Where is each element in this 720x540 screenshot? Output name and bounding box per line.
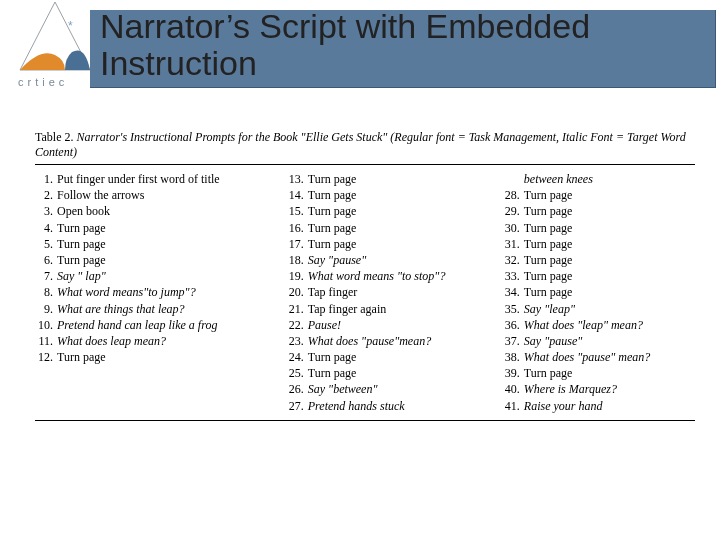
- item-number: 5.: [35, 236, 57, 252]
- item-number: 25.: [286, 365, 308, 381]
- item-text: Say "between": [308, 381, 378, 397]
- list-item: 4.Turn page: [35, 220, 268, 236]
- item-number: 19.: [286, 268, 308, 284]
- item-number: 39.: [502, 365, 524, 381]
- item-text: Say "pause": [308, 252, 366, 268]
- list-item: 34.Turn page: [502, 284, 695, 300]
- list-item: 36.What does "leap" mean?: [502, 317, 695, 333]
- item-number: 7.: [35, 268, 57, 284]
- item-text-continuation: between knees: [502, 171, 695, 187]
- item-number: 36.: [502, 317, 524, 333]
- item-number: 4.: [35, 220, 57, 236]
- item-text: What does leap mean?: [57, 333, 166, 349]
- item-text: Turn page: [308, 187, 357, 203]
- list-item: 23.What does "pause"mean?: [286, 333, 484, 349]
- list-item: 28.Turn page: [502, 187, 695, 203]
- item-text: What are things that leap?: [57, 301, 185, 317]
- item-text: Turn page: [57, 349, 106, 365]
- slide-title: Narrator’s Script with Embedded Instruct…: [100, 8, 710, 83]
- item-number: 2.: [35, 187, 57, 203]
- list-item: 18.Say "pause": [286, 252, 484, 268]
- list-item: 30.Turn page: [502, 220, 695, 236]
- list-item: 10.Pretend hand can leap like a frog: [35, 317, 268, 333]
- item-number: 10.: [35, 317, 57, 333]
- item-text: What word means "to stop"?: [308, 268, 446, 284]
- item-number: 9.: [35, 301, 57, 317]
- list-item: 26.Say "between": [286, 381, 484, 397]
- list-item: 11.What does leap mean?: [35, 333, 268, 349]
- list-item: 39.Turn page: [502, 365, 695, 381]
- list-item: 9.What are things that leap?: [35, 301, 268, 317]
- item-text: Turn page: [308, 220, 357, 236]
- list-item: 1.Put finger under first word of title: [35, 171, 268, 187]
- list-item: 32.Turn page: [502, 252, 695, 268]
- item-number: 23.: [286, 333, 308, 349]
- item-number: 30.: [502, 220, 524, 236]
- item-text: Turn page: [524, 365, 573, 381]
- item-number: 3.: [35, 203, 57, 219]
- logo: * crtiec: [10, 0, 100, 95]
- item-text: What does "pause"mean?: [308, 333, 431, 349]
- item-number: 29.: [502, 203, 524, 219]
- item-number: 28.: [502, 187, 524, 203]
- item-text: Turn page: [308, 365, 357, 381]
- item-number: 1.: [35, 171, 57, 187]
- item-number: 33.: [502, 268, 524, 284]
- item-number: 27.: [286, 398, 308, 414]
- item-text: Follow the arrows: [57, 187, 144, 203]
- item-text: Turn page: [524, 252, 573, 268]
- item-number: 17.: [286, 236, 308, 252]
- list-item: 7.Say " lap": [35, 268, 268, 284]
- item-text: Say "pause": [524, 333, 582, 349]
- list-item: 6.Turn page: [35, 252, 268, 268]
- table-area: Table 2. Narrator's Instructional Prompt…: [35, 130, 695, 421]
- item-text: Put finger under first word of title: [57, 171, 220, 187]
- item-text: Turn page: [57, 220, 106, 236]
- item-text: Turn page: [524, 187, 573, 203]
- list-item: 22.Pause!: [286, 317, 484, 333]
- item-number: 6.: [35, 252, 57, 268]
- item-text: Turn page: [308, 203, 357, 219]
- item-text: Turn page: [308, 236, 357, 252]
- item-text: Say " lap": [57, 268, 106, 284]
- list-item: 2.Follow the arrows: [35, 187, 268, 203]
- table-caption: Table 2. Narrator's Instructional Prompt…: [35, 130, 695, 160]
- list-item: 21.Tap finger again: [286, 301, 484, 317]
- item-text: Pretend hand can leap like a frog: [57, 317, 217, 333]
- list-item: 38.What does "pause" mean?: [502, 349, 695, 365]
- item-number: 14.: [286, 187, 308, 203]
- item-number: 37.: [502, 333, 524, 349]
- item-number: 13.: [286, 171, 308, 187]
- item-text: Pretend hands stuck: [308, 398, 405, 414]
- list-item: 33.Turn page: [502, 268, 695, 284]
- list-item: 37.Say "pause": [502, 333, 695, 349]
- column-3: between knees28.Turn page29.Turn page30.…: [502, 171, 695, 414]
- item-number: 22.: [286, 317, 308, 333]
- list-item: 12.Turn page: [35, 349, 268, 365]
- item-number: 41.: [502, 398, 524, 414]
- item-text: Turn page: [57, 236, 106, 252]
- table-label: Table 2.: [35, 130, 76, 144]
- item-text: Turn page: [524, 220, 573, 236]
- item-number: 11.: [35, 333, 57, 349]
- list-item: 31.Turn page: [502, 236, 695, 252]
- item-number: 16.: [286, 220, 308, 236]
- list-item: 14.Turn page: [286, 187, 484, 203]
- item-number: 34.: [502, 284, 524, 300]
- item-number: 35.: [502, 301, 524, 317]
- list-item: 8.What word means"to jump"?: [35, 284, 268, 300]
- item-number: 26.: [286, 381, 308, 397]
- list-item: 13.Turn page: [286, 171, 484, 187]
- svg-text:*: *: [68, 19, 73, 33]
- item-number: 18.: [286, 252, 308, 268]
- list-item: 19.What word means "to stop"?: [286, 268, 484, 284]
- item-text: Turn page: [524, 203, 573, 219]
- list-item: 3.Open book: [35, 203, 268, 219]
- item-text: Open book: [57, 203, 110, 219]
- list-item: 41.Raise your hand: [502, 398, 695, 414]
- item-number: 8.: [35, 284, 57, 300]
- column-2: 13.Turn page14.Turn page15.Turn page16.T…: [286, 171, 484, 414]
- list-item: 35.Say "leap": [502, 301, 695, 317]
- item-number: 24.: [286, 349, 308, 365]
- item-text: What does "pause" mean?: [524, 349, 650, 365]
